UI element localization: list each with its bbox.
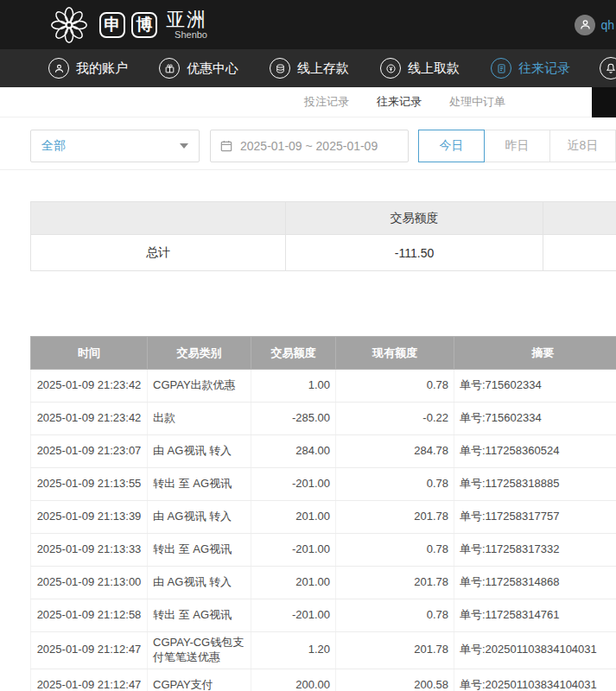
- nav-label: 我的账户: [76, 60, 128, 77]
- notifications-button[interactable]: [600, 57, 616, 79]
- top-header: 申 博 亚洲 Shenbo qh: [0, 0, 616, 49]
- cell-amount: 284.00: [251, 435, 336, 468]
- cell-amount: -285.00: [251, 403, 336, 435]
- cell-amount: -201.00: [251, 599, 336, 632]
- cell-type: 由 AG视讯 转入: [148, 501, 251, 534]
- cell-summary: 单号:117258318885: [454, 468, 616, 501]
- cell-amount: 201.00: [251, 501, 336, 534]
- nav-label: 线上取款: [408, 60, 460, 77]
- filter-bar: 全部 2025-01-09 ~ 2025-01-09 今日 昨日 近8日: [0, 117, 616, 170]
- cell-summary: 单号:117258317757: [454, 501, 616, 534]
- user-account[interactable]: qh: [575, 15, 616, 35]
- cell-type: 转出 至 AG视讯: [148, 534, 251, 567]
- user-icon: [48, 58, 69, 79]
- cell-time: 2025-01-09 21:13:39: [31, 501, 148, 534]
- cell-time: 2025-01-09 21:12:58: [31, 599, 148, 632]
- cell-type: 由 AG视讯 转入: [148, 435, 251, 468]
- quick-range-today-button[interactable]: 今日: [418, 130, 485, 162]
- summary-header-row: 交易额度: [31, 202, 616, 235]
- col-header-time: 时间: [31, 337, 148, 370]
- table-row: 2025-01-09 21:12:58 转出 至 AG视讯 -201.00 0.…: [31, 599, 616, 632]
- cell-type: 出款: [148, 403, 251, 435]
- cell-time: 2025-01-09 21:23:42: [31, 403, 148, 435]
- type-select-value: 全部: [41, 138, 66, 154]
- col-header-summary: 摘要: [454, 337, 616, 370]
- cell-summary: 单号:117258360524: [454, 435, 616, 468]
- cell-balance: 0.78: [336, 468, 454, 501]
- nav-item-my-account[interactable]: 我的账户: [48, 58, 128, 79]
- brand-char-bo: 博: [131, 12, 157, 38]
- tab-processing-orders[interactable]: 处理中订单: [449, 94, 505, 110]
- summary-total-label: 总计: [31, 235, 286, 271]
- nav-item-withdraw[interactable]: 线上取款: [380, 58, 460, 79]
- page: 申 博 亚洲 Shenbo qh 我的账户: [0, 0, 616, 691]
- cell-type: 转出 至 AG视讯: [148, 468, 251, 501]
- username: qh: [600, 18, 614, 32]
- calendar-icon: [219, 139, 233, 153]
- cell-balance: -0.22: [336, 403, 454, 435]
- cell-amount: 1.00: [251, 370, 336, 403]
- type-select[interactable]: 全部: [30, 130, 200, 162]
- col-header-amount: 交易额度: [251, 337, 336, 370]
- coin-yen-icon: [380, 58, 401, 79]
- coins-icon: [270, 58, 290, 79]
- brand-region: 亚洲: [166, 10, 207, 29]
- avatar-icon: [575, 15, 595, 35]
- cell-type: 由 AG视讯 转入: [148, 567, 251, 599]
- date-range-value: 2025-01-09 ~ 2025-01-09: [240, 139, 378, 153]
- cell-type: CGPAY支付: [148, 669, 251, 691]
- cell-amount: 201.00: [251, 567, 336, 599]
- cell-summary: 单号:117258317332: [454, 534, 616, 567]
- date-range-input[interactable]: 2025-01-09 ~ 2025-01-09: [210, 130, 409, 162]
- nav-item-records[interactable]: 往来记录: [491, 58, 570, 79]
- summary-total-value: -111.50: [286, 235, 543, 271]
- side-widget[interactable]: [592, 87, 616, 117]
- records-header-row: 时间 交易类别 交易额度 现有额度 摘要: [31, 337, 616, 370]
- gift-icon: [159, 58, 180, 79]
- brand-logo[interactable]: 申 博 亚洲 Shenbo: [48, 4, 207, 46]
- sub-nav: 投注记录 往来记录 处理中订单: [0, 87, 616, 117]
- main-nav: 我的账户 优惠中心 线上存款: [0, 49, 616, 87]
- cell-summary: 单号:202501103834104031: [454, 669, 616, 691]
- cell-balance: 201.78: [336, 567, 454, 599]
- cell-summary: 单号:202501103834104031: [454, 632, 616, 669]
- records-body: 2025-01-09 21:23:42 CGPAY出款优惠 1.00 0.78 …: [31, 370, 616, 691]
- cell-amount: -201.00: [251, 468, 336, 501]
- tab-transaction-records[interactable]: 往来记录: [377, 94, 422, 110]
- nav-label: 线上存款: [297, 60, 349, 77]
- cell-summary: 单号:117258314761: [454, 599, 616, 632]
- table-row: 2025-01-09 21:13:33 转出 至 AG视讯 -201.00 0.…: [31, 534, 616, 567]
- table-row: 2025-01-09 21:23:07 由 AG视讯 转入 284.00 284…: [31, 435, 616, 468]
- cell-amount: 200.00: [251, 669, 336, 691]
- table-row: 2025-01-09 21:13:39 由 AG视讯 转入 201.00 201…: [31, 501, 616, 534]
- col-header-balance: 现有额度: [336, 337, 454, 370]
- cell-balance: 0.78: [336, 534, 454, 567]
- cell-balance: 201.78: [336, 501, 454, 534]
- summary-header-empty2: [543, 202, 616, 235]
- summary-total-empty: [543, 235, 616, 271]
- nav-item-deposit[interactable]: 线上存款: [270, 58, 349, 79]
- cell-summary: 单号:117258314868: [454, 567, 616, 599]
- brand-char-shen: 申: [99, 12, 125, 38]
- quick-range-yesterday-button[interactable]: 昨日: [484, 130, 550, 162]
- cell-time: 2025-01-09 21:13:33: [31, 534, 148, 567]
- document-icon: [491, 58, 511, 79]
- table-row: 2025-01-09 21:13:00 由 AG视讯 转入 201.00 201…: [31, 567, 616, 599]
- cell-type: CGPAY出款优惠: [148, 370, 251, 403]
- cell-amount: 1.20: [251, 632, 336, 669]
- chevron-down-icon: [180, 143, 188, 149]
- cell-time: 2025-01-09 21:23:42: [31, 370, 148, 403]
- cell-balance: 0.78: [336, 599, 454, 632]
- nav-label: 往来记录: [518, 60, 570, 77]
- cell-balance: 0.78: [336, 370, 454, 403]
- nav-item-promotions[interactable]: 优惠中心: [159, 58, 238, 79]
- quick-range-8days-button[interactable]: 近8日: [549, 130, 616, 162]
- cell-time: 2025-01-09 21:13:55: [31, 468, 148, 501]
- summary-header-amount: 交易额度: [286, 202, 543, 235]
- summary-table: 交易额度 总计 -111.50: [30, 201, 616, 271]
- summary-section: 交易额度 总计 -111.50: [30, 201, 616, 271]
- tab-betting-records[interactable]: 投注记录: [304, 94, 349, 110]
- cell-balance: 201.78: [336, 632, 454, 669]
- records-table: 时间 交易类别 交易额度 现有额度 摘要 2025-01-09 21:23:42…: [30, 336, 616, 691]
- flower-logo-icon: [48, 4, 90, 46]
